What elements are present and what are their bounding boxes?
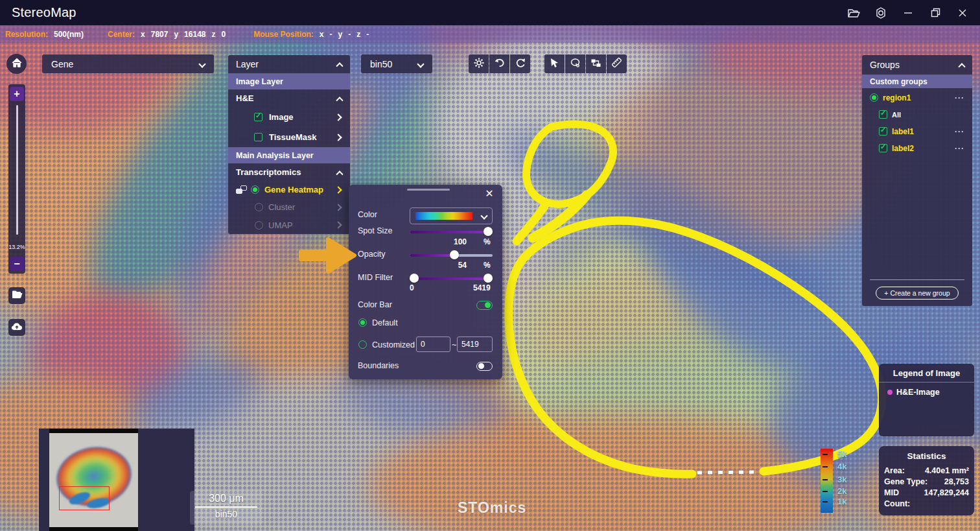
colorbar-tick: 3k (837, 475, 846, 484)
merge-tool-button[interactable] (586, 54, 606, 73)
mid-filter-range-slider[interactable] (410, 274, 493, 283)
chevron-right-icon[interactable] (334, 134, 342, 141)
zoom-control: + 13.2% − (8, 84, 25, 274)
gene-selector-dropdown[interactable]: Gene (42, 54, 214, 73)
range-separator: ~ (452, 340, 456, 349)
chevron-right-icon[interactable] (334, 186, 342, 193)
statistics-panel: Statistics Area: 4.40e1 mm² Gene Type: 2… (879, 446, 974, 515)
drag-handle[interactable] (407, 189, 450, 191)
customized-min-input[interactable] (416, 336, 450, 352)
minimap-viewport-rect[interactable] (59, 486, 110, 510)
layer-item-umap[interactable]: UMAP (228, 216, 350, 234)
restore-button[interactable] (924, 3, 946, 23)
redo-button[interactable] (510, 54, 530, 73)
layer-item-gene-heatmap[interactable]: Gene Heatmap (228, 181, 350, 198)
image-checkbox[interactable] (254, 113, 262, 121)
label1-checkbox[interactable] (879, 127, 887, 136)
stat-label: MID Count: (884, 488, 924, 510)
stat-row-mid-count: MID Count: 147,829,244 (879, 488, 974, 510)
label1-more-button[interactable]: ··· (955, 127, 964, 136)
zoom-out-button[interactable]: − (10, 257, 24, 271)
center-z-value: 0 (221, 30, 226, 39)
customized-max-input[interactable] (457, 336, 493, 352)
ruler-tool-button[interactable] (607, 54, 627, 73)
legend-color-dot (887, 390, 892, 395)
gene-heatmap-radio[interactable] (251, 185, 259, 194)
layer-item-tissuemask[interactable]: TissueMask (228, 127, 350, 147)
zoom-in-button[interactable]: + (10, 87, 24, 101)
chevron-right-icon (334, 204, 342, 211)
legend-of-image-panel: Legend of Image H&E-Image (879, 364, 974, 436)
minimize-button[interactable] (897, 3, 919, 23)
opacity-slider[interactable] (410, 251, 493, 259)
region1-name: region1 (883, 93, 911, 102)
default-radio[interactable] (358, 318, 367, 327)
chevron-up-icon (336, 171, 343, 178)
transcriptomics-section-header[interactable]: Transcriptomics (228, 163, 350, 181)
view-toolbar (469, 54, 530, 73)
minimap[interactable] (39, 429, 194, 531)
chevron-down-icon (480, 212, 487, 219)
region1-radio[interactable] (870, 93, 878, 102)
colorbar-tick: 1k (837, 497, 846, 506)
mid-filter-min-thumb[interactable] (410, 274, 419, 283)
create-new-group-button[interactable]: + Create a new group (876, 287, 958, 300)
cursor-tool-button[interactable] (544, 54, 565, 73)
umap-radio[interactable] (255, 221, 263, 230)
stat-value: 28,753 (944, 477, 969, 488)
chevron-right-icon[interactable] (334, 113, 342, 121)
heatmap-settings-button[interactable] (469, 54, 489, 73)
color-bar-toggle[interactable] (476, 301, 493, 310)
cloud-upload-button[interactable] (8, 319, 25, 336)
chevron-up-icon (336, 97, 343, 104)
folder-icon (12, 290, 23, 301)
mouse-y-label: y (338, 30, 343, 39)
all-checkbox[interactable] (879, 110, 887, 119)
open-file-button[interactable] (8, 287, 25, 304)
group-row-all[interactable]: All (862, 107, 972, 122)
label2-more-button[interactable]: ··· (955, 144, 964, 153)
cluster-radio[interactable] (255, 203, 263, 211)
compare-layers-icon[interactable] (236, 185, 247, 194)
scalebar-distance: 300 μm (190, 493, 262, 504)
zoom-slider-track[interactable] (16, 105, 18, 235)
chevron-down-icon (417, 60, 424, 67)
tissuemask-label: TissueMask (269, 132, 316, 142)
group-row-label1[interactable]: label1 ··· (862, 124, 972, 139)
default-label: Default (372, 318, 398, 327)
opacity-slider-thumb[interactable] (450, 250, 459, 259)
umap-label: UMAP (268, 220, 293, 230)
boundaries-toggle[interactable] (476, 362, 493, 371)
stereomap-window: STOmics StereoMap Resolution: 500(nm) C (0, 0, 980, 531)
stat-row-area: Area: 4.40e1 mm² (879, 466, 974, 477)
mid-filter-max-thumb[interactable] (484, 274, 493, 283)
groups-panel-header[interactable]: Groups (862, 55, 972, 75)
he-section-header[interactable]: H&E (228, 89, 350, 107)
spot-size-slider-thumb[interactable] (484, 227, 493, 236)
scalebar-line (195, 506, 257, 508)
colormap-select[interactable] (410, 207, 493, 224)
zoom-out-icon: − (14, 259, 19, 269)
layer-item-cluster[interactable]: Cluster (228, 198, 350, 216)
region1-more-button[interactable]: ··· (955, 93, 964, 102)
bin-selector-dropdown[interactable]: bin50 (361, 54, 432, 73)
layer-panel-title: Layer (236, 59, 259, 69)
group-row-label2[interactable]: label2 ··· (862, 141, 972, 156)
label2-checkbox[interactable] (879, 144, 887, 152)
group-row-region1[interactable]: region1 ··· (862, 90, 972, 105)
popup-close-button[interactable]: ✕ (483, 187, 496, 200)
spot-size-slider[interactable] (410, 228, 493, 236)
customized-radio[interactable] (358, 340, 367, 349)
minimap-thumbnail[interactable] (49, 429, 138, 531)
layer-panel-header[interactable]: Layer (228, 55, 350, 73)
lasso-tool-button[interactable] (565, 54, 585, 73)
undo-button[interactable] (489, 54, 509, 73)
app-settings-button[interactable] (870, 3, 892, 23)
stat-value: 147,829,244 (924, 488, 969, 510)
layer-item-image[interactable]: Image (228, 107, 350, 127)
home-button[interactable] (6, 54, 27, 74)
chevron-down-icon (198, 60, 205, 67)
close-button[interactable] (951, 3, 974, 23)
tissuemask-checkbox[interactable] (254, 133, 262, 141)
open-project-button[interactable] (843, 3, 865, 23)
